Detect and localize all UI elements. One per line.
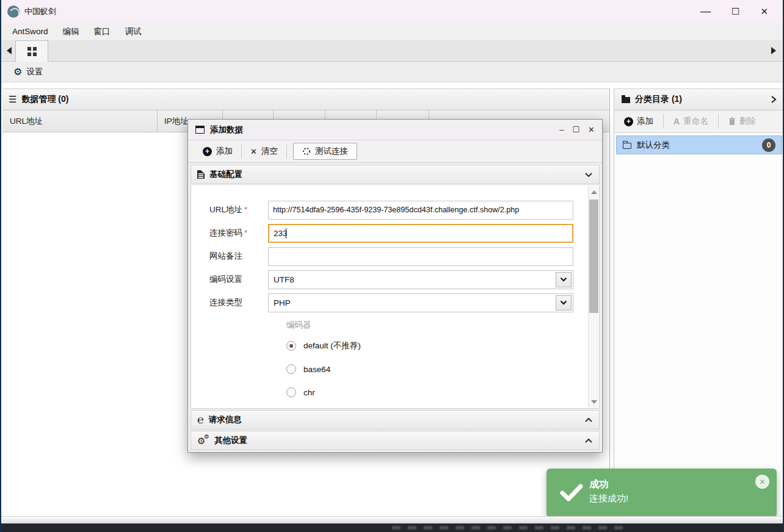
- settings-toolbar: ⚙ 设置: [1, 62, 783, 82]
- window-mini-icon: [195, 126, 205, 134]
- arrow-left-icon: [7, 47, 12, 54]
- menu-edit[interactable]: 编辑: [57, 24, 85, 39]
- column-ip[interactable]: IP地址: [157, 116, 189, 127]
- gear-icon: ⚙: [13, 67, 22, 77]
- browser-e-icon: ℮: [197, 414, 204, 425]
- category-rename-button[interactable]: A 重命名: [663, 114, 718, 129]
- radio-checked-icon[interactable]: [286, 341, 296, 351]
- conn-type-row: 连接类型 PHP: [209, 293, 573, 312]
- category-panel: 分类目录 (1) + 添加 A 重命名 删除 默认分类: [614, 88, 784, 523]
- tab-scroll-right-button[interactable]: [767, 40, 780, 61]
- tab-scroll-left-button[interactable]: [2, 40, 16, 61]
- dialog-add-button[interactable]: + 添加: [194, 143, 241, 160]
- note-input[interactable]: [268, 247, 573, 266]
- password-label: 连接密码*: [209, 228, 268, 239]
- password-input[interactable]: [268, 224, 573, 243]
- checkmark-icon: [560, 483, 583, 505]
- category-panel-header: 分类目录 (1): [614, 88, 784, 110]
- data-panel-title: 数据管理 (0): [21, 94, 68, 105]
- note-label: 网站备注: [209, 251, 268, 262]
- encoder-option-base64[interactable]: base64: [286, 362, 330, 376]
- settings-button[interactable]: 设置: [26, 66, 43, 77]
- encoding-label: 编码设置: [209, 274, 268, 285]
- encoding-select[interactable]: UTF8: [268, 270, 573, 289]
- section-other-settings[interactable]: ⚙⚙ 其他设置: [191, 431, 600, 450]
- dialog-minimize-button[interactable]: –: [559, 125, 564, 134]
- dialog-close-button[interactable]: ✕: [588, 125, 595, 134]
- folder-outline-icon: [623, 143, 631, 149]
- category-delete-button[interactable]: 删除: [718, 114, 766, 129]
- dialog-scrollbar[interactable]: [588, 186, 598, 408]
- menubar: AntSword 编辑 窗口 调试: [1, 23, 783, 40]
- encoder-base64-label: base64: [303, 365, 330, 374]
- dialog-test-label: 测试连接: [315, 146, 348, 157]
- conn-type-selected-value: PHP: [269, 298, 573, 307]
- add-data-dialog: 添加数据 – ☐ ✕ + 添加 ✕ 清空 测试连接 基础配置: [187, 119, 603, 453]
- encoder-option-default[interactable]: default (不推荐): [286, 339, 361, 353]
- url-input[interactable]: [268, 201, 573, 220]
- dialog-test-connection-button[interactable]: 测试连接: [293, 143, 357, 160]
- category-panel-title: 分类目录 (1): [635, 94, 682, 105]
- password-row: 连接密码*: [209, 223, 573, 243]
- folder-icon: [622, 97, 630, 103]
- list-icon: ☰: [9, 94, 16, 105]
- scroll-up-icon[interactable]: [589, 187, 599, 196]
- dialog-titlebar[interactable]: 添加数据 – ☐ ✕: [188, 120, 602, 140]
- document-icon: [197, 170, 205, 179]
- window-close-button[interactable]: ✕: [760, 7, 768, 16]
- section-request-label: 请求信息: [209, 414, 242, 425]
- toast-close-button[interactable]: ✕: [755, 475, 769, 489]
- background-taskbar: [1, 523, 784, 532]
- chevron-down-icon[interactable]: [556, 272, 572, 287]
- category-add-label: 添加: [637, 116, 653, 127]
- menu-window[interactable]: 窗口: [88, 24, 117, 39]
- toast-message: 连接成功!: [589, 493, 628, 505]
- rename-a-icon: A: [673, 117, 680, 126]
- category-delete-label: 删除: [739, 116, 756, 127]
- conn-type-select[interactable]: PHP: [268, 293, 573, 312]
- section-request-info[interactable]: ℮ 请求信息: [191, 410, 600, 430]
- encoding-row: 编码设置 UTF8: [209, 270, 573, 289]
- text-caret: [286, 228, 286, 239]
- encoder-chr-label: chr: [303, 388, 315, 397]
- required-asterisk: *: [244, 205, 247, 214]
- url-label: URL地址*: [209, 204, 268, 215]
- chevron-up-icon: [584, 417, 593, 423]
- column-url[interactable]: URL地址: [2, 116, 157, 127]
- column-divider[interactable]: [157, 110, 158, 132]
- scroll-down-icon[interactable]: [589, 397, 599, 406]
- conn-type-label: 连接类型: [209, 297, 268, 308]
- x-icon: ✕: [250, 147, 257, 156]
- chevron-down-icon[interactable]: [556, 295, 572, 311]
- scrollbar-thumb[interactable]: [589, 200, 598, 313]
- window-minimize-button[interactable]: —: [700, 6, 711, 16]
- section-basic-config[interactable]: 基础配置: [191, 165, 600, 184]
- encoder-option-chr[interactable]: chr: [286, 386, 315, 399]
- success-toast: 成功 连接成功! ✕: [546, 469, 777, 517]
- category-rename-label: 重命名: [683, 116, 708, 127]
- category-count-badge: 0: [762, 138, 775, 152]
- section-basic-label: 基础配置: [209, 169, 242, 180]
- dialog-maximize-button[interactable]: ☐: [572, 125, 579, 134]
- dialog-title: 添加数据: [210, 124, 243, 135]
- menu-debug[interactable]: 调试: [119, 24, 148, 39]
- antsword-logo-icon: [7, 5, 20, 18]
- menu-antsword[interactable]: AntSword: [6, 25, 54, 38]
- tab-home[interactable]: [15, 40, 48, 62]
- dialog-clear-button[interactable]: ✕ 清空: [242, 143, 286, 160]
- category-item-default[interactable]: 默认分类 0: [616, 135, 782, 154]
- category-toolbar: + 添加 A 重命名 删除: [614, 110, 784, 133]
- plus-circle-icon: +: [203, 147, 212, 156]
- basic-config-form: URL地址* 连接密码* 网站备注 编码设置: [191, 185, 600, 409]
- radio-unchecked-icon[interactable]: [286, 364, 296, 374]
- data-panel-header: ☰ 数据管理 (0): [2, 88, 609, 110]
- window-maximize-button[interactable]: ☐: [731, 7, 739, 16]
- category-item-label: 默认分类: [637, 140, 670, 151]
- chevron-right-icon[interactable]: [771, 95, 777, 104]
- encoder-default-label: default (不推荐): [303, 340, 361, 351]
- category-add-button[interactable]: + 添加: [614, 114, 663, 129]
- chevron-up-icon: [584, 438, 593, 444]
- toast-title: 成功: [589, 478, 609, 491]
- radio-unchecked-icon[interactable]: [286, 387, 296, 397]
- url-row: URL地址*: [209, 200, 573, 220]
